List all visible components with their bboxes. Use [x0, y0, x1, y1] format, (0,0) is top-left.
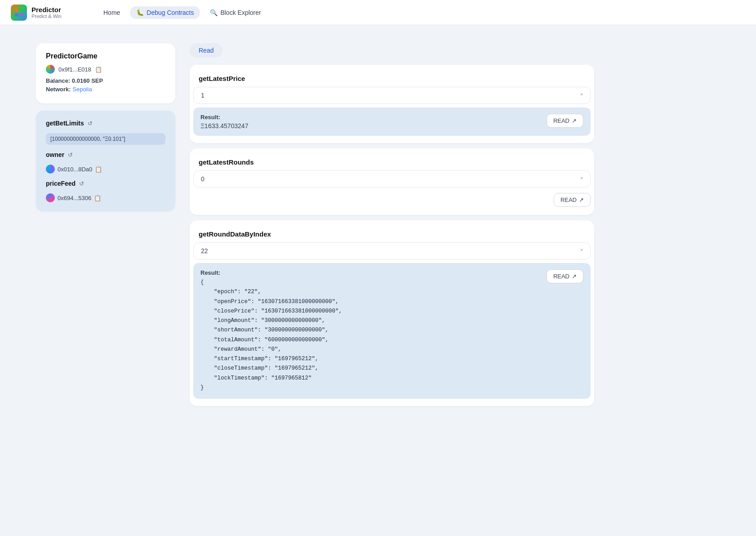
get-round-data-asterisk: *: [581, 247, 583, 255]
get-round-data-result-box: Result: { "epoch": "22", "openPrice": "1…: [193, 263, 591, 399]
get-latest-rounds-input-row: *: [193, 170, 591, 188]
tab-read[interactable]: Read: [190, 43, 222, 58]
price-feed-refresh-icon[interactable]: ↺: [79, 180, 84, 187]
get-latest-price-result-label: Result:: [200, 114, 541, 121]
contract-address-row: 0x9f1...E018 📋: [46, 65, 165, 74]
svg-rect-2: [15, 13, 18, 17]
copy-address-icon[interactable]: 📋: [95, 66, 102, 73]
copy-owner-icon[interactable]: 📋: [95, 166, 102, 173]
balance-value: 0.0160 SEP: [72, 77, 103, 84]
nav-block-explorer[interactable]: 🔍 Block Explorer: [204, 6, 267, 19]
price-feed-address: 0x694...5306: [58, 195, 91, 201]
contract-avatar: [46, 65, 55, 74]
logo-text: Predictor Predict & Win: [31, 6, 62, 19]
copy-price-feed-icon[interactable]: 📋: [94, 195, 101, 201]
owner-row[interactable]: owner ↺: [46, 151, 165, 158]
get-latest-price-result-box: Result: Ξ1633.45703247 READ ↗: [193, 107, 591, 136]
right-panel: Read getLatestPrice * Result: Ξ1633.4570…: [190, 43, 594, 411]
nav-debug-label: Debug Contracts: [147, 9, 194, 16]
price-feed-row[interactable]: priceFeed ↺: [46, 180, 165, 187]
app-logo-icon: [11, 4, 27, 21]
svg-rect-3: [19, 13, 23, 17]
functions-card: getBetLimits ↺ [1000000000000000, "Ξ0.10…: [36, 111, 175, 211]
get-latest-price-input[interactable]: [201, 92, 581, 99]
get-latest-price-asterisk: *: [581, 92, 583, 99]
get-bet-limits-name: getBetLimits: [46, 120, 84, 127]
price-feed-name: priceFeed: [46, 180, 76, 187]
price-feed-address-row: 0x694...5306 📋: [46, 193, 165, 202]
balance-label: Balance:: [46, 77, 70, 84]
owner-address: 0x010...8Da0: [58, 166, 92, 173]
price-feed-avatar: [46, 193, 55, 202]
get-latest-rounds-input[interactable]: [201, 175, 581, 183]
get-latest-rounds-read-button[interactable]: READ ↗: [554, 193, 591, 207]
contract-card: PredictorGame 0x9f1...E018 📋 Balance: 0.…: [36, 43, 175, 103]
network-label: Network:: [46, 86, 71, 93]
get-round-data-title: getRoundDataByIndex: [190, 224, 594, 242]
get-round-data-input-row: *: [193, 242, 591, 259]
logo-area: Predictor Predict & Win: [11, 4, 83, 21]
get-latest-price-input-row: *: [193, 87, 591, 104]
left-panel: PredictorGame 0x9f1...E018 📋 Balance: 0.…: [36, 43, 175, 211]
network-row: Network: Sepolia: [46, 86, 165, 93]
owner-address-row: 0x010...8Da0 📋: [46, 165, 165, 174]
read-arrow-icon: ↗: [572, 117, 577, 124]
search-icon: 🔍: [210, 9, 218, 16]
nav-explorer-label: Block Explorer: [220, 9, 261, 16]
get-bet-limits-row[interactable]: getBetLimits ↺: [46, 120, 165, 127]
owner-refresh-icon[interactable]: ↺: [68, 152, 73, 158]
nav-debug-contracts[interactable]: 🐛 Debug Contracts: [130, 6, 200, 19]
bug-icon: 🐛: [136, 9, 144, 16]
get-latest-price-result-content: Result: Ξ1633.45703247: [200, 114, 541, 130]
app-subtitle: Predict & Win: [31, 13, 62, 19]
read-arrow-icon-2: ↗: [579, 197, 584, 203]
network-value[interactable]: Sepolia: [72, 86, 92, 93]
main-content: PredictorGame 0x9f1...E018 📋 Balance: 0.…: [0, 25, 756, 429]
read-arrow-icon-3: ↗: [572, 273, 577, 280]
get-latest-rounds-section: getLatestRounds * READ ↗: [190, 148, 594, 215]
nav-home[interactable]: Home: [97, 6, 126, 19]
owner-name: owner: [46, 151, 64, 158]
tab-bar: Read: [190, 43, 594, 58]
contract-name: PredictorGame: [46, 52, 165, 60]
get-latest-price-result-value: Ξ1633.45703247: [200, 122, 541, 130]
header: Predictor Predict & Win Home 🐛 Debug Con…: [0, 0, 756, 25]
app-name: Predictor: [31, 6, 62, 13]
owner-avatar: [46, 165, 55, 174]
get-bet-limits-result: [1000000000000000, "Ξ0.101"]: [46, 133, 165, 145]
get-latest-price-read-button[interactable]: READ ↗: [547, 114, 583, 128]
get-round-data-input[interactable]: [201, 247, 581, 255]
get-latest-price-title: getLatestPrice: [190, 68, 594, 87]
svg-rect-0: [15, 9, 18, 12]
get-latest-rounds-asterisk: *: [581, 175, 583, 183]
get-latest-rounds-title: getLatestRounds: [190, 152, 594, 170]
get-round-data-section: getRoundDataByIndex * Result: { "epoch":…: [190, 220, 594, 406]
balance-row: Balance: 0.0160 SEP: [46, 77, 165, 84]
main-nav: Home 🐛 Debug Contracts 🔍 Block Explorer: [97, 6, 745, 19]
contract-address: 0x9f1...E018: [58, 66, 91, 73]
nav-home-label: Home: [103, 9, 120, 16]
svg-rect-1: [19, 9, 23, 12]
get-round-data-read-button[interactable]: READ ↗: [547, 269, 583, 283]
get-round-data-result-value: { "epoch": "22", "openPrice": "163071663…: [200, 278, 541, 393]
get-bet-limits-refresh-icon[interactable]: ↺: [88, 120, 93, 127]
get-round-data-result-content: Result: { "epoch": "22", "openPrice": "1…: [200, 269, 541, 393]
get-latest-price-section: getLatestPrice * Result: Ξ1633.45703247 …: [190, 65, 594, 143]
get-round-data-result-label: Result:: [200, 269, 541, 276]
